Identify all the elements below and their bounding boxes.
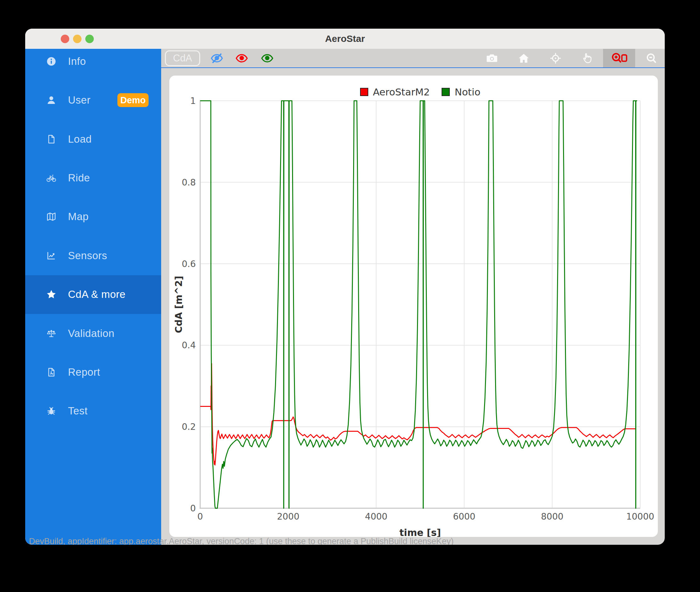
screen: AeroStar InfoUserDemoLoadRideMapSensorsC… [0,0,700,592]
sidebar-item-label: Map [68,211,89,223]
user-icon [46,95,57,105]
legend-swatch [442,88,450,96]
sidebar-item-report[interactable]: Report [25,353,161,392]
cda-tab-button[interactable]: CdA [165,50,200,66]
toolbar: CdA [161,49,665,68]
crosshairs-icon [549,52,562,64]
sidebar-item-label: Sensors [68,250,107,262]
chart-legend: AeroStarM2Notio [200,86,640,98]
y-axis-title: CdA [m^2] [173,276,184,333]
map-icon [46,211,57,222]
sidebar-item-label: Ride [68,172,90,184]
series-aerostarm2 [200,364,636,465]
y-tick-label: 0.8 [181,177,196,188]
sidebar-item-user[interactable]: UserDemo [25,81,161,120]
legend-label: Notio [454,86,480,98]
sidebar-item-ride[interactable]: Ride [25,159,161,197]
legend-swatch [360,88,368,96]
x-tick-label: 4000 [365,511,387,522]
sidebar-item-sensors[interactable]: Sensors [25,236,161,275]
legend-item-aerostarm2: AeroStarM2 [360,86,430,98]
x-tick-label: 6000 [453,511,475,522]
toggle-notio-series-button[interactable] [258,49,277,67]
file-pdf-icon [46,367,57,378]
sidebar-item-test[interactable]: Test [25,392,161,431]
sidebar-item-cda-more[interactable]: CdA & more [25,275,161,314]
scale-icon [46,328,57,339]
sidebar-item-label: Load [68,133,92,145]
sidebar-item-label: Validation [68,328,115,339]
info-icon [46,56,57,67]
y-tick-label: 0.4 [181,340,196,350]
chart-line-icon [46,250,57,261]
sidebar-item-info[interactable]: Info [25,49,161,81]
x-tick-label: 8000 [541,511,563,522]
y-tick-label: 0 [190,503,196,513]
y-tick-label: 0.2 [181,422,196,432]
app-window: AeroStar InfoUserDemoLoadRideMapSensorsC… [25,29,665,545]
demo-badge: Demo [117,93,149,107]
sidebar: InfoUserDemoLoadRideMapSensorsCdA & more… [25,49,161,545]
y-tick-label: 1 [190,96,196,106]
window-body: InfoUserDemoLoadRideMapSensorsCdA & more… [25,49,665,545]
eye-slash-icon [210,51,224,65]
legend-item-notio: Notio [442,86,480,98]
zoom-minus-icon [645,52,658,64]
cda-chart[interactable]: 020004000600080001000000.20.40.60.81time… [169,76,658,537]
select-tool-button[interactable] [578,49,597,67]
toggle-aerostar-series-button[interactable] [232,49,251,67]
sidebar-item-map[interactable]: Map [25,197,161,236]
window-title: AeroStar [25,29,665,49]
zoom-out-tool-button[interactable] [642,49,661,67]
reset-view-button[interactable] [514,49,533,67]
main-pane: CdA 020004000600080001000000.20.40.60.81… [161,49,665,545]
chart-card: 020004000600080001000000.20.40.60.81time… [169,76,658,537]
sidebar-item-label: Test [68,405,88,417]
zoom-in-rect-icon [610,51,628,65]
x-tick-label: 2000 [277,511,299,522]
content-area: 020004000600080001000000.20.40.60.81time… [161,68,665,545]
zoom-box-tool-button[interactable] [610,49,629,67]
toggle-hide-all-button[interactable] [207,49,226,67]
file-icon [46,134,57,145]
eye-icon [260,51,274,65]
x-tick-label: 0 [197,511,203,522]
home-icon [518,52,530,64]
series-notio [200,101,637,508]
camera-icon [486,52,498,64]
sidebar-item-label: User [68,94,91,106]
sidebar-item-label: CdA & more [68,288,125,300]
star-icon [46,289,57,300]
sidebar-item-load[interactable]: Load [25,120,161,158]
snapshot-button[interactable] [483,49,501,67]
pan-view-button[interactable] [546,49,565,67]
bicycle-icon [46,172,57,183]
sidebar-item-label: Report [68,366,100,378]
x-tick-label: 10000 [626,511,654,522]
titlebar[interactable]: AeroStar [25,29,665,49]
hand-pointer-icon [581,52,594,64]
bug-icon [46,406,57,416]
x-axis-title: time [s] [399,527,441,537]
legend-label: AeroStarM2 [373,86,430,98]
sidebar-item-label: Info [68,55,86,67]
devbuild-note: DevBuild, appIdentifier: app.aerostar.Ae… [29,537,662,545]
eye-icon [235,51,249,65]
y-tick-label: 0.6 [181,259,196,269]
sidebar-item-validation[interactable]: Validation [25,314,161,353]
